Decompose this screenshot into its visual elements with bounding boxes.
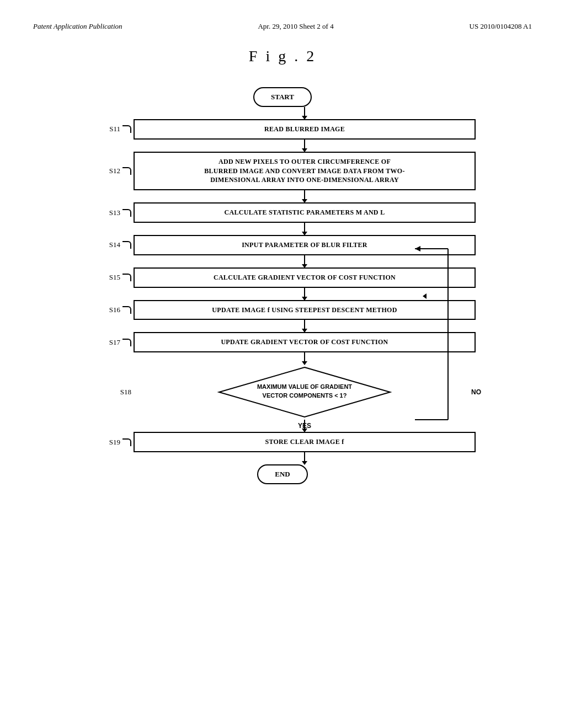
notch-s11 bbox=[122, 125, 131, 133]
page: Patent Application Publication Apr. 29, … bbox=[0, 0, 565, 728]
step-s13-id: S13 bbox=[109, 208, 120, 217]
arrow-line bbox=[304, 420, 305, 432]
arrow-line bbox=[304, 255, 305, 267]
notch-s15 bbox=[122, 274, 131, 281]
arrow-s13-s14 bbox=[89, 223, 476, 235]
step-s19-box: STORE CLEAR IMAGE f bbox=[134, 432, 476, 452]
step-s15-id: S15 bbox=[109, 273, 120, 282]
step-s16-label: S16 bbox=[89, 306, 134, 314]
step-s18-label: S18 bbox=[89, 388, 134, 397]
step-s16-id: S16 bbox=[109, 306, 120, 314]
arrow-s19-end bbox=[89, 452, 476, 464]
step-s13-row: S13 CALCULATE STATISTIC PARAMETERS M AND… bbox=[89, 202, 476, 223]
notch-s17 bbox=[122, 339, 131, 346]
end-row: END bbox=[89, 464, 476, 484]
step-s19-row: S19 STORE CLEAR IMAGE f bbox=[89, 432, 476, 452]
arrow-line bbox=[304, 320, 305, 332]
arrow-s12-s13 bbox=[89, 190, 476, 202]
notch-s13 bbox=[122, 209, 131, 217]
step-s12-row: S12 ADD NEW PIXELS TO OUTER CIRCUMFERENC… bbox=[89, 152, 476, 190]
arrow-line bbox=[304, 352, 305, 365]
start-row: START bbox=[89, 87, 476, 107]
step-s18-id: S18 bbox=[120, 388, 131, 397]
step-s15-label: S15 bbox=[89, 273, 134, 282]
notch-s14 bbox=[122, 241, 131, 249]
notch-s19 bbox=[122, 438, 131, 446]
arrow-line bbox=[304, 140, 305, 152]
start-shape: START bbox=[253, 87, 312, 107]
end-shape: END bbox=[257, 464, 307, 484]
header-patent-number: US 2010/0104208 A1 bbox=[470, 22, 532, 31]
step-s11-row: S11 READ BLURRED IMAGE bbox=[89, 119, 476, 140]
step-s14-id: S14 bbox=[109, 240, 120, 249]
step-s12-text: ADD NEW PIXELS TO OUTER CIRCUMFERENCE OF… bbox=[204, 158, 405, 184]
step-s13-label: S13 bbox=[89, 208, 134, 217]
svg-text:VECTOR COMPONENTS < 1?: VECTOR COMPONENTS < 1? bbox=[263, 392, 347, 399]
arrow-s11-s12 bbox=[89, 140, 476, 152]
arrow-line bbox=[304, 223, 305, 235]
step-s14-label: S14 bbox=[89, 240, 134, 249]
step-s17-label: S17 bbox=[89, 338, 134, 347]
arrow-line bbox=[304, 107, 305, 119]
step-s17-id: S17 bbox=[109, 338, 120, 347]
diamond-shape: MAXIMUM VALUE OF GRADIENT VECTOR COMPONE… bbox=[216, 365, 393, 420]
arrow-line bbox=[304, 452, 305, 464]
arrow-start-s11 bbox=[89, 107, 476, 119]
svg-text:MAXIMUM VALUE OF GRADIENT: MAXIMUM VALUE OF GRADIENT bbox=[257, 383, 352, 390]
step-s19-label: S19 bbox=[89, 438, 134, 447]
notch-s16 bbox=[122, 306, 131, 314]
step-s19-id: S19 bbox=[109, 438, 120, 447]
step-s12-id: S12 bbox=[109, 167, 120, 175]
arrow-line bbox=[304, 190, 305, 202]
arrow-s18-s19 bbox=[89, 420, 476, 432]
step-s11-label: S11 bbox=[89, 125, 134, 133]
header-date-sheet: Apr. 29, 2010 Sheet 2 of 4 bbox=[258, 22, 333, 31]
step-s11-id: S11 bbox=[109, 125, 120, 133]
page-header: Patent Application Publication Apr. 29, … bbox=[33, 22, 532, 31]
flowchart: START S11 READ BLURRED IMAGE S12 ADD bbox=[33, 87, 532, 484]
feedback-loop-svg bbox=[415, 249, 481, 425]
notch-s12 bbox=[122, 167, 131, 175]
header-publication: Patent Application Publication bbox=[33, 22, 122, 31]
step-s12-box: ADD NEW PIXELS TO OUTER CIRCUMFERENCE OF… bbox=[134, 152, 476, 190]
step-s11-box: READ BLURRED IMAGE bbox=[134, 119, 476, 140]
step-s13-box: CALCULATE STATISTIC PARAMETERS M AND L bbox=[134, 202, 476, 223]
figure-title: F i g . 2 bbox=[33, 47, 532, 65]
step-s12-label: S12 bbox=[89, 167, 134, 175]
